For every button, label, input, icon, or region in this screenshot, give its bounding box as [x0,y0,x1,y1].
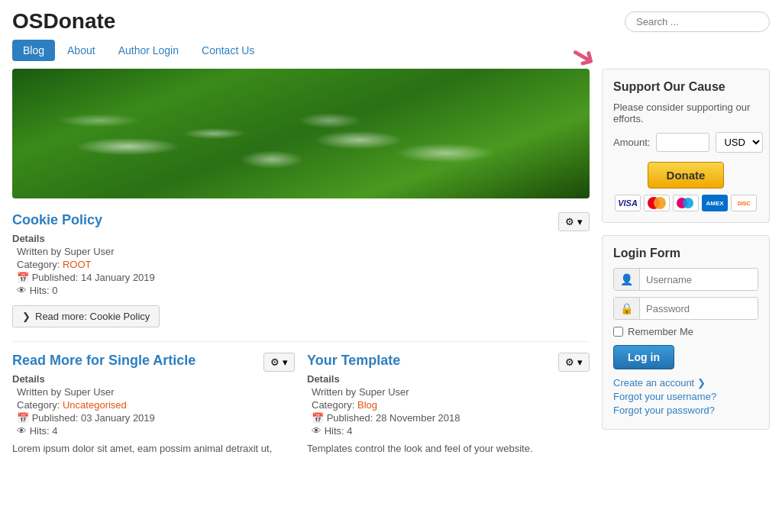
password-input[interactable] [640,298,758,319]
visa-icon: VISA [615,195,641,211]
articles-row: Read More for Single Article ⚙ ▾ Details… [12,353,590,470]
forgot-username-label: Forgot your username? [613,391,716,402]
article-written-by-cookie: Written by Super User [12,246,155,257]
donate-widget: Support Our Cause Please consider suppor… [602,69,770,223]
eye-icon-3: 👁 [312,425,322,437]
amount-input[interactable] [656,133,709,152]
article-written-by-yourtemplate: Written by Super User [307,386,590,398]
password-field: 🔒 [613,297,758,320]
chevron-icon: ❯ [22,311,31,322]
article-written-by-readmore: Written by Super User [12,386,295,398]
mastercard-icon [644,195,670,211]
article-category-link-cookie[interactable]: ROOT [63,259,92,270]
article-title-cookie: Cookie Policy [12,212,155,228]
gear-icon-3: ⚙ [565,356,574,368]
calendar-icon-3: 📅 [312,412,324,424]
nav-contact-us[interactable]: Contact Us [191,40,265,61]
username-input[interactable] [640,269,758,290]
article-category-yourtemplate: Category: Blog [307,399,590,411]
caret-icon: ▾ [577,216,583,227]
calendar-icon: 📅 [17,272,29,283]
user-icon: 👤 [614,269,640,290]
remember-label: Remember Me [628,326,693,337]
article-category-link-yourtemplate[interactable]: Blog [357,399,377,411]
article-excerpt-readmore: Lorem ipsum dolor sit amet, eam possim a… [12,441,295,456]
gear-button-readmore[interactable]: ⚙ ▾ [263,353,295,372]
discover-icon: DISC [731,195,757,211]
remember-row: Remember Me [613,326,758,337]
nav-author-login[interactable]: Author Login [108,40,189,61]
article-read-more: Read More for Single Article ⚙ ▾ Details… [12,353,295,456]
login-widget: Login Form 👤 🔒 Remember Me Log in Create… [602,235,770,430]
article-meta-label-cookie: Details [12,233,155,244]
article-category-link-readmore[interactable]: Uncategorised [63,399,127,411]
article-published-cookie: 📅 Published: 14 January 2019 [12,272,155,283]
forgot-password-label: Forgot your password? [613,405,715,416]
article-meta-label-readmore: Details [12,373,295,385]
gear-button-yourtemplate[interactable]: ⚙ ▾ [558,353,590,372]
hero-image [12,69,590,198]
amount-row: Amount: USD EUR GBP [613,132,758,153]
sidebar: Support Our Cause Please consider suppor… [602,69,770,470]
article-published-yourtemplate: 📅 Published: 28 November 2018 [307,412,590,424]
header: OSDonate [0,0,782,40]
create-account-link[interactable]: Create an account ❯ [613,377,758,389]
main-layout: ➜ Cookie Policy Details Written by Super… [0,69,782,470]
gear-icon-2: ⚙ [270,356,280,368]
lock-icon: 🔒 [614,298,640,319]
article-hits-cookie: 👁 Hits: 0 [12,285,155,296]
article-category-cookie: Category: ROOT [12,259,155,270]
card-icons: VISA AMEX DISC [613,195,758,211]
site-title: OSDonate [12,9,115,34]
caret-icon-2: ▾ [283,356,288,368]
username-field: 👤 [613,268,758,291]
article-title-link-yourtemplate[interactable]: Your Template [307,353,400,368]
article-hits-yourtemplate: 👁 Hits: 4 [307,425,590,437]
hero-container: ➜ [12,69,590,198]
gear-icon: ⚙ [565,216,574,227]
article-title-link-readmore[interactable]: Read More for Single Article [12,353,196,368]
chevron-right-icon: ❯ [697,377,706,389]
article-published-readmore: 📅 Published: 03 January 2019 [12,412,295,424]
article-title-readmore: Read More for Single Article [12,353,196,369]
maestro-icon [673,195,699,211]
eye-icon-2: 👁 [17,425,27,437]
nav-about[interactable]: About [57,40,106,61]
forgot-username-link[interactable]: Forgot your username? [613,391,758,402]
article-your-template: Your Template ⚙ ▾ Details Written by Sup… [307,353,590,456]
donate-button[interactable]: Donate [648,162,725,189]
article-excerpt-yourtemplate: Templates control the look and feel of y… [307,441,590,456]
create-account-label: Create an account [613,377,694,389]
article-cookie-policy: Cookie Policy Details Written by Super U… [12,212,590,327]
article-title-yourtemplate: Your Template [307,353,400,369]
login-widget-title: Login Form [613,247,758,260]
content-area: ➜ Cookie Policy Details Written by Super… [12,69,590,470]
gear-button-cookie[interactable]: ⚙ ▾ [558,212,590,231]
donate-widget-title: Support Our Cause [613,80,758,94]
article-meta-label-yourtemplate: Details [307,373,590,385]
forgot-password-link[interactable]: Forgot your password? [613,405,758,416]
amex-icon: AMEX [702,195,728,211]
read-more-btn-cookie[interactable]: ❯ Read more: Cookie Policy [12,305,160,327]
article-category-readmore: Category: Uncategorised [12,399,295,411]
login-links: Create an account ❯ Forgot your username… [613,377,758,416]
article-title-link-cookie[interactable]: Cookie Policy [12,212,102,227]
eye-icon: 👁 [17,285,27,296]
currency-select[interactable]: USD EUR GBP [716,132,763,153]
donate-widget-desc: Please consider supporting our efforts. [613,102,758,124]
remember-checkbox[interactable] [613,327,623,337]
donate-btn-wrap: Donate [613,162,758,189]
article-gear-cookie: ⚙ ▾ [558,212,590,231]
amount-label: Amount: [613,137,650,148]
search-input[interactable] [625,11,770,32]
article-hits-readmore: 👁 Hits: 4 [12,425,295,437]
nav: Blog About Author Login Contact Us [0,40,782,69]
login-button[interactable]: Log in [613,345,674,369]
calendar-icon-2: 📅 [17,412,29,424]
caret-icon-3: ▾ [577,356,583,368]
nav-blog[interactable]: Blog [12,40,55,61]
